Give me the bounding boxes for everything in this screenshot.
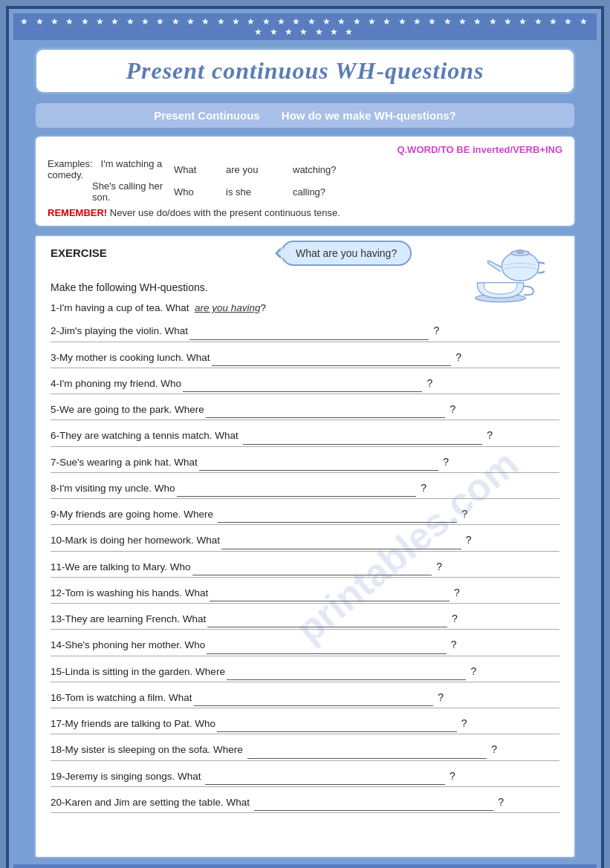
exercise-item-18: 18-My sister is sleeping on the sofa. Wh… <box>51 742 559 760</box>
exercise-item-15: 15-Linda is sitting in the garden. Where… <box>51 664 559 682</box>
answer-line-2[interactable] <box>189 324 429 339</box>
answer-line-8[interactable] <box>177 481 417 497</box>
answer-line-9[interactable] <box>218 507 458 523</box>
answer-line-14[interactable] <box>207 638 447 653</box>
title-box: Present continuous WH-questions <box>34 48 576 94</box>
ex1-verbING: watching? <box>293 158 562 180</box>
item-text-18: 18-My sister is sleeping on the sofa. Wh… <box>51 742 559 758</box>
example2-sentence: She's calling her son. <box>48 180 174 203</box>
ex2-tobe: is she <box>226 180 293 203</box>
item-text-5: 5-We are going to the park. Where ? <box>51 402 559 418</box>
exercise-item-7: 7-Sue's wearing a pink hat. What ? <box>51 454 559 473</box>
exercises-container: 1-I'm having a cup of tea. What are you … <box>51 301 559 813</box>
exercise-item-16: 16-Tom is watching a film. What ? <box>51 690 559 708</box>
ex1-qword: What <box>174 158 226 180</box>
item-text-11: 11-We are talking to Mary. Who ? <box>51 559 559 575</box>
item-text-6: 6-They are watching a tennis match. What… <box>51 428 559 444</box>
exercise-item-6: 6-They are watching a tennis match. What… <box>51 428 559 446</box>
page-title: Present continuous WH-questions <box>51 57 559 85</box>
exercise-item-11: 11-We are talking to Mary. Who ? <box>51 559 559 578</box>
exercise-item-17: 17-My friends are talking to Pat. Who ? <box>51 716 559 734</box>
exercise-item-8: 8-I'm visiting my uncle. Who ? <box>51 480 559 499</box>
answer-line-18[interactable] <box>247 743 487 758</box>
item-text-2: 2-Jim's playing the violin. What ? <box>51 323 559 339</box>
teapot-illustration <box>463 247 552 313</box>
exercise-item-20: 20-Karen and Jim are setting the table. … <box>51 794 559 813</box>
item-text-13: 13-They are learning French. What ? <box>51 611 559 627</box>
item-text-1: 1-I'm having a cup of tea. What are you … <box>51 301 266 316</box>
exercise-item-2: 2-Jim's playing the violin. What ? <box>51 323 559 342</box>
answer-line-10[interactable] <box>221 533 461 549</box>
stars-bottom: ★ ★ ★ ★ ★ ★ ★ ★ ★ ★ ★ ★ ★ ★ ★ ★ ★ ★ ★ ★ … <box>13 864 597 868</box>
svg-point-3 <box>517 249 524 253</box>
ex2-qword: Who <box>174 180 226 203</box>
outer-border: ★ ★ ★ ★ ★ ★ ★ ★ ★ ★ ★ ★ ★ ★ ★ ★ ★ ★ ★ ★ … <box>6 6 604 868</box>
answer-line-15[interactable] <box>227 665 467 680</box>
main-content: printables.com EXERCISE What are you hav… <box>34 235 576 858</box>
qword-label: Q.WORD/TO BE inverted/VERB+ING <box>48 144 562 155</box>
item-text-7: 7-Sue's wearing a pink hat. What ? <box>51 454 559 471</box>
answer-line-3[interactable] <box>212 350 452 366</box>
exercise-label: EXERCISE <box>51 247 107 259</box>
subtitle-box: Present Continuous How do we make WH-que… <box>34 102 576 129</box>
answer-line-5[interactable] <box>206 402 446 418</box>
item-text-16: 16-Tom is watching a film. What ? <box>51 690 559 706</box>
item-text-4: 4-I'm phoning my friend. Who ? <box>51 376 559 392</box>
exercise-item-10: 10-Mark is doing her homework. What ? <box>51 532 559 551</box>
answer-line-19[interactable] <box>205 769 445 785</box>
exercises-dynamic: 2-Jim's playing the violin. What ?3-My m… <box>51 323 559 813</box>
item-text-15: 15-Linda is sitting in the garden. Where… <box>51 664 559 680</box>
svg-point-1 <box>502 252 539 281</box>
exercise-item-19: 19-Jeremy is singing songs. What ? <box>51 769 559 787</box>
exercise-item-9: 9-My friends are going home. Where ? <box>51 506 559 525</box>
answer-line-12[interactable] <box>210 586 450 601</box>
info-box: Q.WORD/TO BE inverted/VERB+ING Examples:… <box>34 135 576 227</box>
exercise-item-5: 5-We are going to the park. Where ? <box>51 402 559 420</box>
item-text-19: 19-Jeremy is singing songs. What ? <box>51 769 559 785</box>
item-text-3: 3-My mother is cooking lunch. What ? <box>51 350 559 366</box>
answer-line-4[interactable] <box>183 376 423 392</box>
examples-label: Examples: <box>48 158 93 169</box>
exercise-header: EXERCISE What are you having? <box>51 247 559 259</box>
subtitle-right: How do we make WH-questions? <box>282 109 456 122</box>
answer-line-20[interactable] <box>254 795 494 811</box>
exercise-item-4: 4-I'm phoning my friend. Who ? <box>51 376 559 394</box>
ex1-tobe: are you <box>226 158 293 180</box>
item-text-14: 14-She's phoning her mother. Who ? <box>51 637 559 653</box>
exercise-item-3: 3-My mother is cooking lunch. What ? <box>51 350 559 368</box>
speech-bubble: What are you having? <box>281 241 412 266</box>
answer-line-6[interactable] <box>243 428 483 444</box>
item-text-12: 12-Tom is washing his hands. What ? <box>51 585 559 601</box>
item-text-9: 9-My friends are going home. Where ? <box>51 506 559 523</box>
stars-top: ★ ★ ★ ★ ★ ★ ★ ★ ★ ★ ★ ★ ★ ★ ★ ★ ★ ★ ★ ★ … <box>13 13 597 40</box>
remember-label: REMEMBER! <box>48 207 107 218</box>
page-wrapper: Present continuous WH-questions Present … <box>13 48 597 864</box>
answer-line-11[interactable] <box>192 560 432 575</box>
exercise-item-13: 13-They are learning French. What ? <box>51 611 559 630</box>
item-text-8: 8-I'm visiting my uncle. Who ? <box>51 480 559 497</box>
exercise-item-14: 14-She's phoning her mother. Who ? <box>51 637 559 656</box>
exercise-item-12: 12-Tom is washing his hands. What ? <box>51 585 559 604</box>
item-text-20: 20-Karen and Jim are setting the table. … <box>51 794 559 811</box>
answer-line-7[interactable] <box>199 455 439 471</box>
subtitle-left: Present Continuous <box>154 109 260 122</box>
item-text-17: 17-My friends are talking to Pat. Who ? <box>51 716 559 732</box>
ex2-verbING: calling? <box>293 180 562 203</box>
answer-line-16[interactable] <box>194 691 434 706</box>
remember-text: Never use do/does with the present conti… <box>110 207 340 218</box>
answer-line-13[interactable] <box>207 612 447 627</box>
answer-line-17[interactable] <box>217 717 457 732</box>
item-text-10: 10-Mark is doing her homework. What ? <box>51 532 559 549</box>
